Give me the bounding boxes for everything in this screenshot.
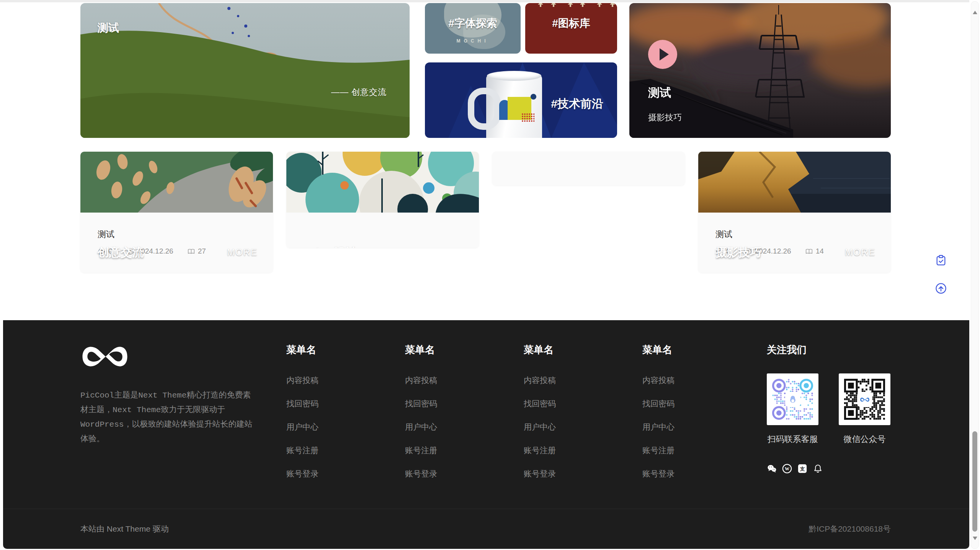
icon-art-pin	[612, 3, 613, 7]
site-logo-icon[interactable]	[80, 343, 286, 370]
featured-card-category[interactable]: —— 创意交流	[331, 87, 387, 98]
tag-card-tech-label: #技术前沿	[551, 96, 603, 112]
view-count: 27	[187, 247, 206, 255]
icon-art-pin	[540, 3, 541, 7]
footer-menu-1: 菜单名 内容投稿 找回密码 用户中心 账号注册 账号登录	[286, 343, 405, 509]
menu-link-register[interactable]: 账号注册	[405, 445, 524, 456]
menu-link-usercenter[interactable]: 用户中心	[405, 422, 524, 432]
category-card-uiux-header[interactable]: UI/UX设计 MORE	[286, 207, 479, 214]
notification-bell-icon[interactable]	[813, 463, 823, 473]
menu-link-submit[interactable]: 内容投稿	[642, 375, 761, 386]
footer-menu-title: 菜单名	[642, 343, 761, 357]
scroll-down-arrow[interactable]	[973, 537, 977, 542]
menu-link-login[interactable]: 账号登录	[524, 468, 642, 479]
qrcode-label: 微信公众号	[839, 434, 890, 445]
mug-decoration	[521, 113, 534, 122]
footer-menu-title: 菜单名	[405, 343, 524, 357]
menu-link-login[interactable]: 账号登录	[405, 468, 524, 479]
book-icon	[805, 247, 813, 255]
footer-menu-2: 菜单名 内容投稿 找回密码 用户中心 账号注册 账号登录	[405, 343, 524, 509]
back-to-top-button[interactable]	[935, 282, 947, 295]
post-link[interactable]: 测试	[715, 229, 732, 239]
category-card-uiux: UI/UX设计 MORE	[286, 152, 479, 248]
menu-link-password[interactable]: 找回密码	[642, 398, 761, 409]
category-card-photography-header[interactable]: 摄影技巧 MORE	[698, 207, 891, 214]
play-button[interactable]	[648, 40, 677, 69]
uiux-header-illustration	[286, 207, 479, 213]
post-link[interactable]: 测试	[98, 229, 114, 239]
qq-qrcode-image	[767, 373, 818, 425]
tag-card-iconlib-label: #图标库	[525, 16, 617, 31]
svg-text:W: W	[785, 466, 789, 471]
checkin-clipboard-button[interactable]	[935, 254, 947, 266]
category-card-typography: SO FRESH SO CLEAN ✦ ✦ 字体与排版 MORE	[492, 152, 685, 185]
video-card-category[interactable]: 摄影技巧	[648, 112, 682, 123]
site-footer: PicCool主题是Next Theme精心打造的免费素材主题，Next The…	[3, 320, 969, 549]
footer-menu-4: 菜单名 内容投稿 找回密码 用户中心 账号注册 账号登录	[642, 343, 761, 509]
category-section: 创意交流 MORE 测试 0 2024.12.26 27	[80, 152, 891, 273]
tag-card-iconlib[interactable]: #图标库	[525, 3, 617, 54]
footer-follow: 关注我们 扫码联系客服	[767, 343, 891, 509]
main-content: 测试 —— 创意交流 #字体探索 MOCHI #图标库	[80, 3, 891, 273]
photography-header-photo	[698, 207, 891, 213]
creative-header-illustration	[80, 207, 273, 213]
category-post-list-empty	[492, 152, 685, 185]
featured-card-title: 测试	[98, 21, 119, 35]
menu-link-register[interactable]: 账号注册	[524, 445, 642, 456]
floating-action-buttons	[935, 254, 947, 295]
footer-bottom-bar: 本站由 Next Theme 驱动 黔ICP备2021008618号	[3, 509, 969, 549]
social-icons-row: W 支	[767, 463, 891, 473]
category-card-creative: 创意交流 MORE 测试 0 2024.12.26 27	[80, 152, 273, 273]
scroll-up-arrow[interactable]	[973, 8, 977, 14]
menu-link-submit[interactable]: 内容投稿	[405, 375, 524, 386]
wechat-icon[interactable]	[767, 463, 777, 473]
scrollbar-track[interactable]	[971, 1, 979, 549]
site-description: PicCool主题是Next Theme精心打造的免费素材主题，Next The…	[80, 388, 253, 447]
book-icon	[187, 247, 195, 255]
qrcode-wechat-official: 微信公众号	[839, 373, 890, 445]
qq-penguin-icon	[786, 393, 800, 406]
menu-link-register[interactable]: 账号注册	[642, 445, 761, 456]
menu-link-login[interactable]: 账号登录	[642, 468, 761, 479]
icon-art-pin	[599, 3, 600, 7]
menu-link-usercenter[interactable]: 用户中心	[524, 422, 642, 432]
featured-video-card[interactable]: 测试 摄影技巧	[629, 3, 891, 138]
menu-link-password[interactable]: 找回密码	[286, 398, 405, 409]
video-card-title: 测试	[648, 85, 671, 101]
category-post-list: 测试 0 2024.12.26 27	[80, 214, 273, 273]
featured-post-card[interactable]: 测试 —— 创意交流	[80, 3, 410, 138]
menu-link-password[interactable]: 找回密码	[405, 398, 524, 409]
alipay-icon[interactable]: 支	[797, 463, 807, 473]
tag-cards-column: #字体探索 MOCHI #图标库	[425, 3, 617, 138]
menu-link-login[interactable]: 账号登录	[286, 468, 405, 479]
icp-license-link[interactable]: 黔ICP备2021008618号	[808, 524, 891, 534]
view-count: 14	[805, 247, 824, 255]
footer-menu-title: 菜单名	[286, 343, 405, 357]
brand-infinity-icon	[858, 393, 872, 406]
tag-card-tech[interactable]: #技术前沿	[425, 62, 617, 138]
wechat-qrcode-image	[839, 373, 890, 425]
menu-link-submit[interactable]: 内容投稿	[524, 375, 642, 386]
category-card-creative-header[interactable]: 创意交流 MORE	[80, 207, 273, 214]
menu-link-usercenter[interactable]: 用户中心	[286, 422, 405, 432]
tag-card-font-label: #字体探索	[425, 16, 521, 31]
tech-art-mug	[486, 75, 542, 138]
mug-decoration	[531, 94, 536, 100]
scrollbar-thumb[interactable]	[972, 431, 977, 532]
powered-by-text: 本站由 Next Theme 驱动	[80, 524, 169, 534]
featured-section: 测试 —— 创意交流 #字体探索 MOCHI #图标库	[80, 3, 891, 138]
qrcode-label: 扫码联系客服	[767, 434, 818, 445]
menu-link-submit[interactable]: 内容投稿	[286, 375, 405, 386]
footer-menu-3: 菜单名 内容投稿 找回密码 用户中心 账号注册 账号登录	[524, 343, 642, 509]
wordpress-icon[interactable]: W	[782, 463, 792, 473]
browser-scrollbar	[970, 0, 980, 550]
featured-card-illustration	[80, 3, 410, 138]
window-top-edge	[0, 0, 969, 2]
tag-card-font[interactable]: #字体探索 MOCHI	[425, 3, 521, 54]
footer-brand: PicCool主题是Next Theme精心打造的免费素材主题，Next The…	[80, 343, 286, 509]
menu-link-usercenter[interactable]: 用户中心	[642, 422, 761, 432]
svg-text:支: 支	[800, 466, 805, 471]
menu-link-password[interactable]: 找回密码	[524, 398, 642, 409]
category-post-list: 测试 0 2024.12.26 14	[698, 214, 891, 273]
menu-link-register[interactable]: 账号注册	[286, 445, 405, 456]
